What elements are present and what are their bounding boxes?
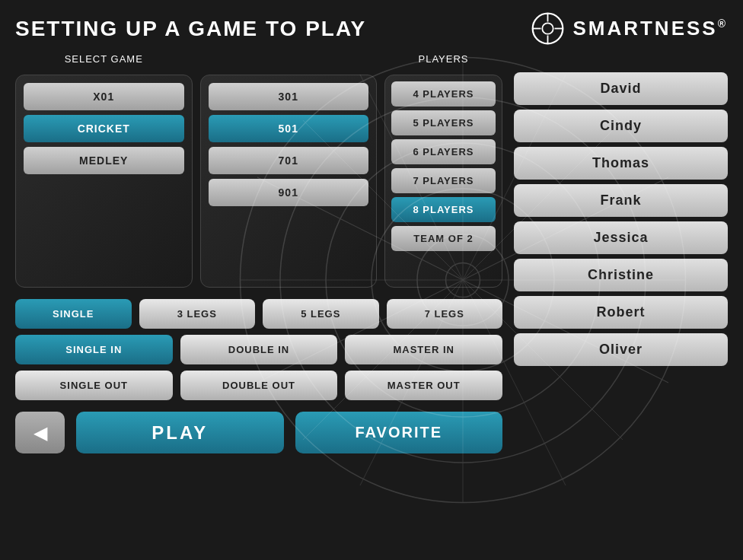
logo-area: SMARTNESS®	[531, 11, 728, 46]
opt-btn-single-in[interactable]: SINGLE IN	[15, 335, 173, 364]
players-label: PLAYERS	[384, 53, 502, 65]
right-panel: David Cindy Thomas Frank Jessica Christi…	[514, 53, 728, 453]
play-button[interactable]: PLAY	[76, 412, 284, 453]
header: SETTING UP A GAME TO PLAY SMARTNESS®	[15, 11, 728, 46]
svg-point-17	[543, 23, 553, 33]
game-btn-cricket[interactable]: CRICKET	[24, 115, 184, 142]
players-btn-team2[interactable]: TEAM OF 2	[391, 226, 496, 251]
opt-btn-7legs[interactable]: 7 LEGS	[387, 299, 503, 329]
player-btn-robert[interactable]: Robert	[514, 296, 728, 329]
in-options-row: SINGLE IN DOUBLE IN MASTER IN	[15, 335, 502, 364]
content-area: SELECT GAME PLAYERS X01 CRICKET MEDLEY	[15, 53, 728, 453]
game-types-column: X01 CRICKET MEDLEY	[15, 75, 193, 288]
select-game-header-area: SELECT GAME	[15, 53, 193, 71]
opt-btn-double-out[interactable]: DOUBLE OUT	[180, 371, 338, 400]
opt-btn-double-in[interactable]: DOUBLE IN	[180, 335, 338, 364]
player-btn-david[interactable]: David	[514, 72, 728, 105]
game-btn-x01[interactable]: X01	[24, 83, 184, 110]
favorite-button[interactable]: FAVORITE	[295, 412, 503, 453]
opt-btn-single[interactable]: SINGLE	[15, 299, 132, 329]
smartness-logo-icon	[531, 11, 565, 46]
variant-btn-501[interactable]: 501	[209, 115, 369, 142]
players-btn-8[interactable]: 8 PLAYERS	[391, 197, 496, 222]
players-btn-7[interactable]: 7 PLAYERS	[391, 168, 496, 193]
legs-row: SINGLE 3 LEGS 5 LEGS 7 LEGS	[15, 299, 502, 329]
options-section: SINGLE 3 LEGS 5 LEGS 7 LEGS SINGLE IN DO…	[15, 299, 502, 400]
players-options-column: 4 PLAYERS 5 PLAYERS 6 PLAYERS 7 PLAYERS …	[384, 75, 502, 288]
page-title: SETTING UP A GAME TO PLAY	[15, 17, 366, 41]
variant-btn-301[interactable]: 301	[209, 83, 369, 110]
section-headers: SELECT GAME PLAYERS	[15, 53, 502, 71]
player-btn-oliver[interactable]: Oliver	[514, 333, 728, 366]
players-btn-4[interactable]: 4 PLAYERS	[391, 81, 496, 107]
opt-btn-master-out[interactable]: MASTER OUT	[345, 371, 502, 400]
logo-text: SMARTNESS®	[572, 17, 728, 40]
players-options-card: 4 PLAYERS 5 PLAYERS 6 PLAYERS 7 PLAYERS …	[384, 75, 502, 288]
player-btn-cindy[interactable]: Cindy	[514, 110, 728, 142]
players-label-area: PLAYERS	[384, 53, 502, 71]
opt-btn-5legs[interactable]: 5 LEGS	[263, 299, 379, 329]
select-game-label: SELECT GAME	[15, 53, 193, 65]
game-variants-column: 301 501 701 901	[200, 75, 378, 288]
opt-btn-3legs[interactable]: 3 LEGS	[139, 299, 256, 329]
players-btn-6[interactable]: 6 PLAYERS	[391, 139, 496, 164]
actions-row: ◀ PLAY FAVORITE	[15, 412, 502, 453]
player-btn-jessica[interactable]: Jessica	[514, 221, 728, 254]
variant-btn-701[interactable]: 701	[209, 147, 369, 174]
variant-btn-901[interactable]: 901	[209, 179, 369, 206]
player-btn-thomas[interactable]: Thomas	[514, 147, 728, 180]
game-btn-medley[interactable]: MEDLEY	[24, 147, 184, 174]
game-types-card: X01 CRICKET MEDLEY	[15, 75, 193, 288]
select-game-section: X01 CRICKET MEDLEY 301 501 701 901	[15, 75, 502, 288]
out-options-row: SINGLE OUT DOUBLE OUT MASTER OUT	[15, 371, 502, 400]
players-btn-5[interactable]: 5 PLAYERS	[391, 110, 496, 135]
opt-btn-single-out[interactable]: SINGLE OUT	[15, 371, 173, 400]
player-btn-frank[interactable]: Frank	[514, 184, 728, 217]
player-btn-christine[interactable]: Christine	[514, 259, 728, 291]
select-game-header-area2	[200, 53, 378, 71]
opt-btn-master-in[interactable]: MASTER IN	[345, 335, 502, 364]
game-variants-card: 301 501 701 901	[200, 75, 378, 288]
left-panel: SELECT GAME PLAYERS X01 CRICKET MEDLEY	[15, 53, 502, 453]
back-button[interactable]: ◀	[15, 412, 65, 453]
main-container: SETTING UP A GAME TO PLAY SMARTNESS® SEL…	[0, 0, 743, 560]
